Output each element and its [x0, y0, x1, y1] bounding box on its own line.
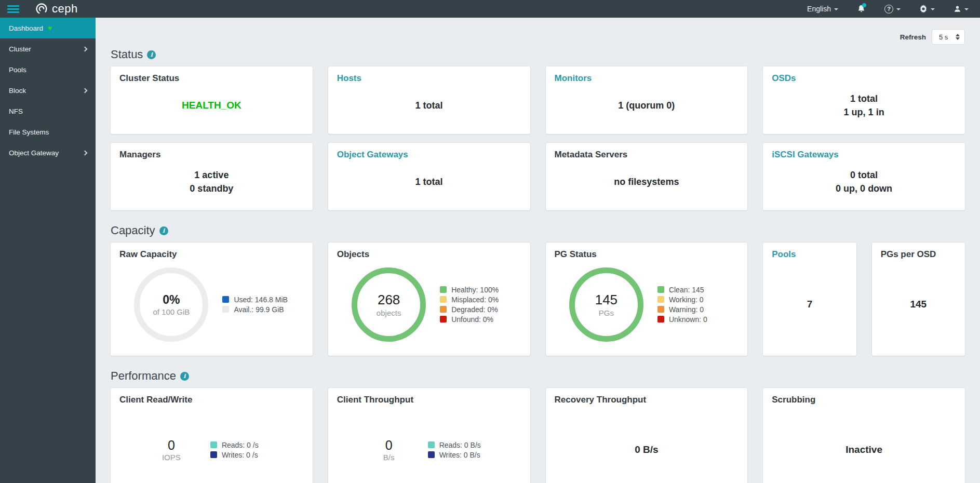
legend-label: Warning: 0	[669, 306, 704, 313]
ceph-logo-icon	[35, 2, 48, 16]
legend-swatch	[440, 316, 447, 323]
card-title: Objects	[337, 249, 521, 260]
card-cluster-status: Cluster Status HEALTH_OK	[111, 66, 313, 134]
card-value: 1 up, 1 in	[844, 105, 884, 119]
card-title: Cluster Status	[119, 73, 304, 84]
card-title: PG Status	[555, 249, 739, 260]
refresh-label: Refresh	[900, 33, 926, 41]
card-value: 1 (quorum 0)	[618, 99, 675, 112]
menu-icon[interactable]	[7, 5, 19, 13]
sidebar-item-label: File Systems	[9, 128, 49, 136]
section-title: Capacity	[111, 224, 155, 237]
card-raw-capacity: Raw Capacity 0% of 100 GiB Used: 146.8 M…	[111, 243, 313, 356]
card-sublabel: IOPS	[146, 453, 196, 462]
sidebar: Dashboard ♥ Cluster Pools Block NFS File…	[0, 18, 96, 483]
legend-item: Unfound: 0%	[440, 316, 506, 323]
sidebar-item-object-gateway[interactable]: Object Gateway	[0, 142, 96, 163]
sidebar-item-cluster[interactable]: Cluster	[0, 38, 96, 59]
legend-item: Unknown: 0	[657, 316, 724, 323]
donut-value: 268	[378, 292, 400, 308]
settings-menu[interactable]	[919, 5, 935, 13]
pools-link[interactable]: Pools	[772, 249, 847, 260]
chevron-down-icon	[964, 8, 969, 10]
main-content: Refresh 5 s Status i Cluster Status HEAL…	[96, 18, 980, 483]
sidebar-item-pools[interactable]: Pools	[0, 59, 96, 80]
legend-item: Degraded: 0%	[440, 306, 506, 313]
refresh-value: 5 s	[939, 33, 948, 41]
donut-sublabel: PGs	[599, 308, 614, 317]
card-pg-status: PG Status 145 PGs Clean: 145 Working: 0 …	[546, 243, 748, 356]
legend-item: Working: 0	[657, 296, 724, 303]
card-value: 0 up, 0 down	[836, 182, 892, 195]
sidebar-item-block[interactable]: Block	[0, 80, 96, 101]
card-client-read-write: Client Read/Write 0 IOPS Reads: 0 /s Wri…	[111, 388, 313, 483]
card-value: no filesystems	[614, 175, 679, 189]
top-navbar: ceph English ?	[0, 0, 980, 18]
raw-capacity-donut: 0% of 100 GiB	[134, 267, 208, 342]
legend-swatch	[428, 441, 435, 448]
info-icon[interactable]: i	[159, 226, 168, 235]
hosts-link[interactable]: Hosts	[337, 73, 521, 84]
card-value: 1 active	[190, 168, 233, 182]
help-menu[interactable]: ?	[884, 5, 901, 14]
iscsi-gateways-link[interactable]: iSCSI Gateways	[772, 150, 956, 160]
brand[interactable]: ceph	[35, 2, 78, 16]
card-value: 0	[146, 438, 196, 453]
sidebar-item-label: Object Gateway	[9, 149, 59, 157]
language-menu[interactable]: English	[807, 5, 838, 13]
card-pools: Pools 7	[763, 243, 856, 356]
sidebar-item-nfs[interactable]: NFS	[0, 101, 96, 122]
card-value: 1 total	[415, 99, 443, 112]
monitors-link[interactable]: Monitors	[555, 73, 739, 84]
object-gateways-link[interactable]: Object Gateways	[337, 150, 521, 160]
legend-item: Writes: 0 B/s	[428, 451, 494, 459]
sidebar-item-filesystems[interactable]: File Systems	[0, 122, 96, 142]
language-label: English	[807, 5, 831, 13]
section-title: Performance	[111, 369, 176, 383]
sidebar-item-dashboard[interactable]: Dashboard ♥	[0, 18, 96, 38]
chevron-down-icon	[931, 8, 935, 10]
card-value: 0 B/s	[635, 444, 658, 455]
card-value: 0	[364, 438, 414, 453]
legend-swatch	[210, 441, 217, 448]
user-icon	[954, 5, 961, 13]
legend-swatch	[222, 296, 229, 303]
legend-item: Warning: 0	[657, 306, 724, 313]
user-menu[interactable]	[954, 5, 969, 13]
notification-dot	[862, 3, 866, 7]
card-title: Scrubbing	[772, 395, 956, 405]
legend-swatch	[440, 286, 447, 293]
legend-label: Working: 0	[669, 296, 704, 303]
chevron-right-icon	[83, 88, 88, 93]
legend-swatch	[440, 296, 447, 303]
notifications-button[interactable]	[857, 4, 866, 14]
sidebar-item-label: Dashboard	[9, 24, 43, 32]
chevron-down-icon	[896, 8, 901, 10]
legend-swatch	[222, 306, 229, 313]
card-value: 0 total	[836, 168, 892, 182]
info-icon[interactable]: i	[180, 372, 189, 381]
help-icon: ?	[884, 5, 893, 14]
refresh-select[interactable]: 5 s	[932, 29, 965, 45]
card-metadata-servers: Metadata Servers no filesystems	[546, 143, 748, 210]
legend-label: Writes: 0 B/s	[439, 451, 480, 459]
donut-sublabel: of 100 GiB	[153, 307, 190, 316]
card-monitors: Monitors 1 (quorum 0)	[546, 66, 748, 134]
cluster-health-value: HEALTH_OK	[182, 100, 241, 111]
section-title: Status	[111, 48, 143, 61]
legend-item: Reads: 0 /s	[210, 441, 277, 449]
legend-label: Avail.: 99.9 GiB	[234, 306, 284, 313]
card-pgs-per-osd: PGs per OSD 145	[872, 243, 965, 356]
card-objects: Objects 268 objects Healthy: 100% Mispla…	[328, 243, 530, 356]
legend-label: Used: 146.8 MiB	[234, 296, 288, 303]
donut-value: 145	[595, 292, 617, 308]
gear-icon	[919, 5, 928, 13]
card-value: Inactive	[845, 444, 882, 455]
legend-item: Reads: 0 B/s	[428, 441, 494, 449]
legend-swatch	[210, 451, 217, 458]
info-icon[interactable]: i	[147, 50, 156, 59]
chevron-right-icon	[83, 150, 88, 155]
chevron-right-icon	[83, 46, 88, 51]
osds-link[interactable]: OSDs	[772, 73, 956, 84]
legend-label: Unknown: 0	[669, 316, 707, 323]
